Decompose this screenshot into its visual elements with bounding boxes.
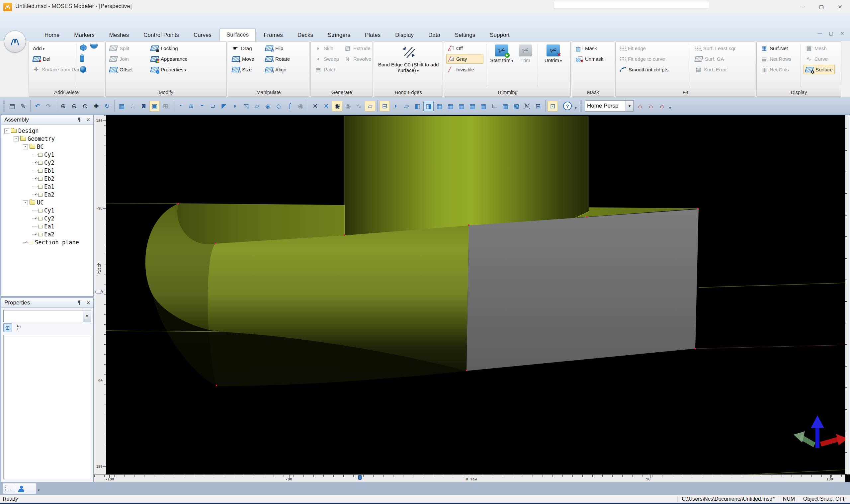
tree-expander-icon[interactable]: - <box>14 137 19 141</box>
properties-filter-input[interactable] <box>4 310 83 322</box>
trim-display-invisible-button[interactable]: ╱ Invisible <box>446 65 484 74</box>
size-button[interactable]: ⊡Size <box>230 65 262 74</box>
tab-display[interactable]: Display <box>388 30 420 41</box>
add-button[interactable]: Add <box>31 43 73 53</box>
table-markers-button[interactable]: ▦ <box>434 101 445 111</box>
data-table-button[interactable]: ▦ <box>500 101 510 111</box>
pitch-slider[interactable]: Pitch -180-90090180 <box>94 115 107 474</box>
surface-display-button[interactable]: Surface <box>803 65 835 74</box>
untrim-button[interactable]: ✂✕ Untrim <box>541 43 566 88</box>
add-box-button[interactable] <box>79 43 88 53</box>
trim-display-off-button[interactable]: ╱ Off <box>446 43 484 53</box>
tree-item-ea2[interactable]: ✓Ea2 <box>2 230 93 238</box>
panel-shield-active-button[interactable]: ◨ <box>423 101 434 111</box>
zoom-slider[interactable] <box>845 115 850 474</box>
add-cylinder-button[interactable] <box>79 58 85 64</box>
offset-button[interactable]: ≡Offset <box>108 65 147 74</box>
save-button[interactable]: ▤ <box>7 101 17 111</box>
zoom-extents-button[interactable]: ⊙ <box>80 101 90 111</box>
join-button[interactable]: Join <box>108 54 147 64</box>
sweep-button[interactable]: ◖Sweep <box>313 54 341 64</box>
table-waves-button[interactable]: ▦ <box>467 101 477 111</box>
start-trim-button[interactable]: ✂▶ Start trim <box>489 43 514 88</box>
mesh-visibility-button[interactable]: ◉ <box>295 101 306 111</box>
rotate-button[interactable]: ↻Rotate <box>263 54 292 64</box>
surface-trapezoid-button[interactable]: ▱ <box>401 101 412 111</box>
flip-button[interactable]: ⇄Flip <box>263 43 292 53</box>
tree-expander-icon[interactable]: - <box>23 200 28 205</box>
surface-net-diamond-button[interactable]: ◈ <box>263 101 273 111</box>
help-button[interactable]: ? <box>563 102 572 110</box>
section-shield-button[interactable]: ◙ <box>139 101 149 111</box>
surface-select-button[interactable]: ◤ <box>219 101 229 111</box>
surface-corner-button[interactable]: ◹ <box>241 101 251 111</box>
tab-data[interactable]: Data <box>422 30 447 41</box>
surface-from-parts-button[interactable]: ✚Surface from Parts <box>31 65 73 74</box>
surf-net-button[interactable]: ▦Surf.Net <box>759 43 798 53</box>
mesh-display-button[interactable]: ▩Mesh <box>803 43 835 53</box>
mask-button[interactable]: Mask <box>574 43 605 53</box>
viewport-3d-scene[interactable] <box>106 115 845 474</box>
markers-visibility-button[interactable]: ◉ <box>332 101 342 111</box>
tree-item-cy1[interactable]: Cy1 <box>2 151 93 159</box>
redo-button[interactable]: ↷ <box>43 101 54 111</box>
work-plane-grid-button[interactable]: ⊞ <box>160 101 171 111</box>
tab-home[interactable]: Home <box>38 30 66 41</box>
alphabetical-sort-button[interactable]: AZ <box>15 323 23 332</box>
trim-button[interactable]: ✂✓ Trim <box>516 43 535 88</box>
curve-display-button[interactable]: ∿Curve <box>803 54 835 64</box>
table-shapes-button[interactable]: ▦ <box>478 101 488 111</box>
tree-item-eb1[interactable]: Eb1 <box>2 167 93 175</box>
pin-icon[interactable] <box>78 118 81 122</box>
toolbar-grip[interactable] <box>580 100 582 111</box>
tab-curves[interactable]: Curves <box>187 30 218 41</box>
smooth-internal-control-points-button[interactable]: Smooth int.ctrl.pts. <box>618 65 687 74</box>
surface-visibility-button[interactable]: ▣ <box>149 101 160 111</box>
add-sphere-button[interactable] <box>79 69 87 74</box>
bond-edge-button[interactable]: Bond Edge C0 (Shift to add surface) <box>377 43 440 88</box>
tree-expander-icon[interactable]: - <box>4 128 9 133</box>
application-menu-button[interactable] <box>4 31 26 52</box>
fit-edge-to-curve-button[interactable]: Fit edge to curve <box>618 54 687 64</box>
surface-d-button[interactable]: ◗ <box>230 101 240 111</box>
plot-axes-button[interactable]: ∟ <box>489 101 500 111</box>
mdi-minimize-icon[interactable]: — <box>816 31 824 36</box>
trim-display-gray-button[interactable]: ╱ Gray <box>446 54 484 64</box>
surfaces-stack-button[interactable]: ⊟ <box>380 101 390 111</box>
toolbar-overflow-icon[interactable]: ▾ <box>573 100 578 111</box>
table-curves-button[interactable]: ▦ <box>445 101 455 111</box>
pin-icon[interactable] <box>78 301 81 305</box>
tree-item-geometry[interactable]: -Geometry <box>2 135 93 143</box>
skin-button[interactable]: ◗Skin <box>313 43 341 53</box>
surface-half-disc-button[interactable]: ◗ <box>391 101 401 111</box>
yaw-slider-thumb[interactable] <box>358 475 362 480</box>
toolbar-grip[interactable] <box>4 485 6 492</box>
chevron-down-icon[interactable]: ▼ <box>626 101 633 111</box>
surface-half-button[interactable]: ◓ <box>197 101 207 111</box>
surface-display-button[interactable]: ▱ <box>365 101 375 111</box>
mdi-restore-icon[interactable]: ▢ <box>828 31 835 36</box>
tree-item-design[interactable]: -Design <box>2 127 93 135</box>
toolbar-overflow-icon[interactable]: ▾ <box>38 488 40 492</box>
extrude-button[interactable]: ▧Extrude <box>342 43 373 53</box>
table-points-button[interactable]: ▦ <box>456 101 467 111</box>
panel-shield-button[interactable]: ◧ <box>412 101 423 111</box>
tab-meshes[interactable]: Meshes <box>103 30 136 41</box>
tree-item-uc[interactable]: -UC <box>2 199 93 206</box>
object-snap-indicator[interactable]: Object Snap: OFF <box>799 496 850 502</box>
add-bowl-button[interactable] <box>90 43 98 53</box>
tree-item-section-plane[interactable]: ✓Section plane <box>2 238 93 246</box>
align-button[interactable]: ⊣Align <box>263 65 292 74</box>
locking-button[interactable]: Locking <box>149 43 189 53</box>
delete-button[interactable]: ✕Del <box>31 54 73 64</box>
tab-surfaces[interactable]: Surfaces <box>219 29 256 41</box>
tree-item-ea2[interactable]: ✓Ea2 <box>2 191 93 199</box>
curve-fit-points-button[interactable]: ∴ <box>127 101 138 111</box>
tab-settings[interactable]: Settings <box>448 30 482 41</box>
pan-button[interactable]: ✚ <box>91 101 101 111</box>
surface-net-toggle-button[interactable]: ▦ <box>116 101 127 111</box>
curve-display-button[interactable]: ∿ <box>354 101 364 111</box>
surface-swept-button[interactable]: ∫ <box>285 101 295 111</box>
tree-item-ea1[interactable]: Ea1 <box>2 222 93 230</box>
rotate-view-button[interactable]: ↻ <box>102 101 112 111</box>
